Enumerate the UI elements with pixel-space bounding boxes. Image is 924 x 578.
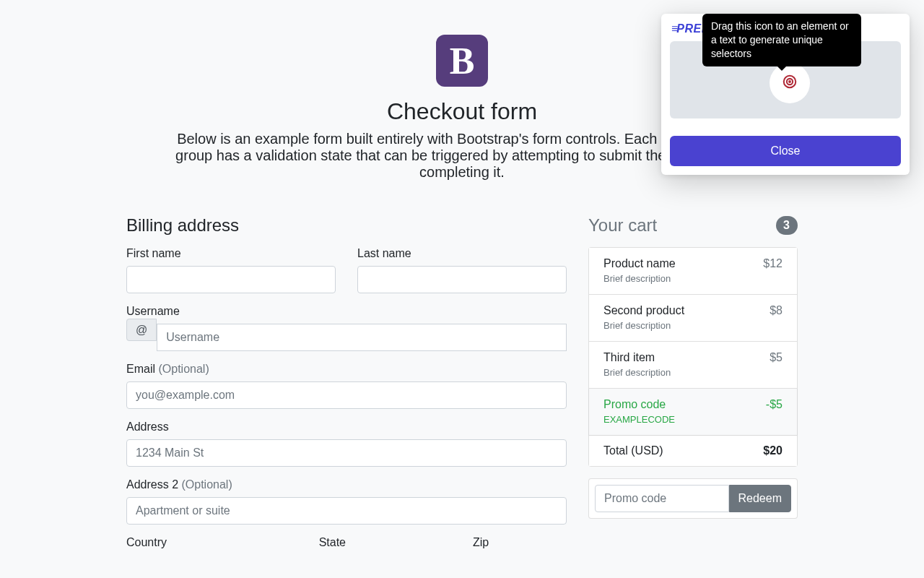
cart-item-name: Third item: [603, 350, 671, 365]
extension-close-button[interactable]: Close: [670, 136, 901, 166]
address2-optional: (Optional): [181, 478, 232, 491]
cart-item: Product name Brief description $12: [588, 247, 798, 295]
cart-total-value: $20: [763, 444, 783, 457]
email-label: Email (Optional): [126, 363, 209, 376]
extension-popup: PREFLIGHT Close Drag this icon to an ele…: [661, 14, 910, 175]
address-label: Address: [126, 420, 169, 434]
address2-label: Address 2 (Optional): [126, 478, 232, 491]
email-optional: (Optional): [158, 363, 209, 375]
cart-item-price: $5: [770, 350, 783, 379]
promo-code-input[interactable]: [595, 485, 729, 512]
cart-item-name: Product name: [603, 256, 676, 271]
state-label: State: [319, 536, 346, 549]
cart-item-price: $8: [770, 303, 783, 332]
bootstrap-logo: B: [436, 35, 488, 87]
cart-item: Third item Brief description $5: [588, 342, 798, 389]
extension-tooltip: Drag this icon to an element or a text t…: [702, 14, 861, 66]
cart-item: Second product Brief description $8: [588, 295, 798, 342]
first-name-label: First name: [126, 247, 181, 260]
target-icon: [782, 74, 798, 92]
redeem-button[interactable]: Redeem: [729, 485, 791, 512]
cart-item-name: Second product: [603, 303, 684, 318]
address2-input[interactable]: [126, 497, 567, 525]
cart-promo-item: Promo code EXAMPLECODE -$5: [588, 389, 798, 436]
cart-title: Your cart: [588, 215, 657, 236]
billing-title: Billing address: [126, 215, 567, 236]
cart-item-desc: Brief description: [603, 367, 671, 378]
cart-item-desc: Brief description: [603, 320, 671, 331]
cart-promo-label: Promo code: [603, 397, 675, 412]
cart-item-price: $12: [763, 256, 783, 285]
email-label-text: Email: [126, 363, 158, 375]
cart-item-desc: Brief description: [603, 273, 671, 284]
username-label: Username: [126, 305, 180, 318]
country-label: Country: [126, 536, 167, 549]
cart-total-row: Total (USD) $20: [588, 436, 798, 467]
cart-promo-code: EXAMPLECODE: [603, 414, 675, 425]
cart-promo-amount: -$5: [766, 397, 783, 426]
username-input[interactable]: [157, 324, 567, 351]
cart-count-badge: 3: [776, 216, 798, 235]
last-name-label: Last name: [357, 247, 411, 260]
first-name-input[interactable]: [126, 266, 336, 293]
address-input[interactable]: [126, 439, 567, 467]
cart-total-label: Total (USD): [603, 444, 663, 457]
target-drag-handle[interactable]: [770, 63, 810, 103]
promo-form: Redeem: [588, 478, 798, 519]
last-name-input[interactable]: [357, 266, 567, 293]
email-input[interactable]: [126, 381, 567, 409]
svg-point-2: [789, 81, 790, 82]
zip-label: Zip: [473, 536, 489, 549]
address2-label-text: Address 2: [126, 478, 181, 491]
username-prefix: @: [126, 319, 157, 341]
